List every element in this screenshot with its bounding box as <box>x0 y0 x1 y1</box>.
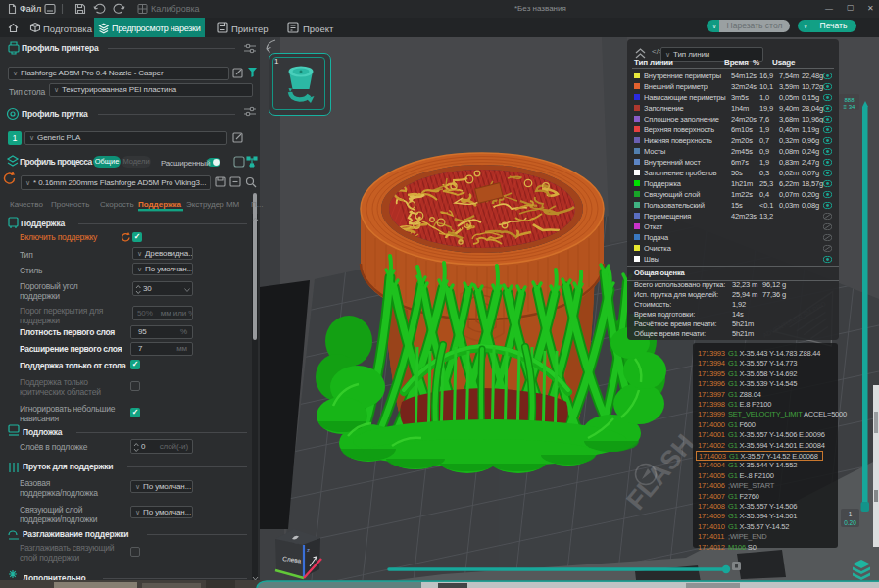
svg-text:≡ 34: ≡ 34 <box>844 104 856 110</box>
svg-text:z: z <box>307 547 310 553</box>
svg-text:1: 1 <box>849 511 853 517</box>
svg-text:888: 888 <box>844 97 855 103</box>
svg-text:0.20: 0.20 <box>844 519 856 526</box>
